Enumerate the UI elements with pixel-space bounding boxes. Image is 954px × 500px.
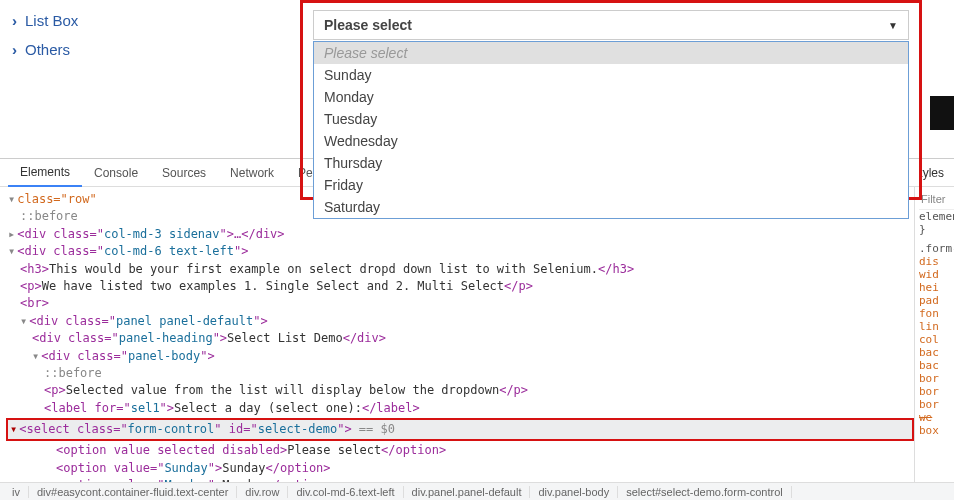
select-option[interactable]: Monday: [314, 86, 908, 108]
styles-pane[interactable]: Filter elemen } .form- dis wid hei pad f…: [914, 187, 954, 482]
select-option[interactable]: Tuesday: [314, 108, 908, 130]
annotation-highlight-box: Please select ▼ Please select Sunday Mon…: [300, 0, 922, 200]
caret-down-icon: ▼: [888, 20, 898, 31]
crumb[interactable]: div.panel.panel-default: [404, 486, 531, 498]
tab-sources[interactable]: Sources: [150, 160, 218, 186]
select-trigger-label: Please select: [324, 17, 412, 33]
chevron-right-icon: ›: [12, 12, 17, 29]
select-option[interactable]: Sunday: [314, 64, 908, 86]
crumb[interactable]: div.panel-body: [530, 486, 618, 498]
select-option[interactable]: Wednesday: [314, 130, 908, 152]
sidebar: › List Box › Others: [0, 0, 200, 64]
crumb[interactable]: div.col-md-6.text-left: [288, 486, 403, 498]
sidebar-item-others[interactable]: › Others: [0, 35, 200, 64]
select-option[interactable]: Friday: [314, 174, 908, 196]
crumb[interactable]: select#select-demo.form-control: [618, 486, 792, 498]
selected-dom-node[interactable]: ▾<select class="form-control" id="select…: [6, 418, 914, 441]
select-option[interactable]: Please select: [314, 42, 908, 64]
select-dropdown: Please select Sunday Monday Tuesday Wedn…: [313, 41, 909, 219]
crumb[interactable]: iv: [4, 486, 29, 498]
tab-console[interactable]: Console: [82, 160, 150, 186]
crumb[interactable]: div.row: [237, 486, 288, 498]
select-trigger[interactable]: Please select ▼: [313, 10, 909, 40]
select-option[interactable]: Thursday: [314, 152, 908, 174]
chevron-right-icon: ›: [12, 41, 17, 58]
sidebar-item-label: Others: [25, 41, 70, 58]
page-top: › List Box › Others Please select ▼ Plea…: [0, 0, 954, 160]
sidebar-item-list-box[interactable]: › List Box: [0, 6, 200, 35]
tab-network[interactable]: Network: [218, 160, 286, 186]
dark-strip: [930, 96, 954, 130]
devtools-body: ▾class="row" ::before ▸<div class="col-m…: [0, 187, 954, 482]
breadcrumb: iv div#easycont.container-fluid.text-cen…: [0, 482, 954, 500]
sidebar-item-label: List Box: [25, 12, 78, 29]
styles-filter[interactable]: Filter: [919, 189, 954, 210]
crumb[interactable]: div#easycont.container-fluid.text-center: [29, 486, 237, 498]
dom-tree[interactable]: ▾class="row" ::before ▸<div class="col-m…: [0, 187, 914, 482]
tab-elements[interactable]: Elements: [8, 159, 82, 187]
select-option[interactable]: Saturday: [314, 196, 908, 218]
